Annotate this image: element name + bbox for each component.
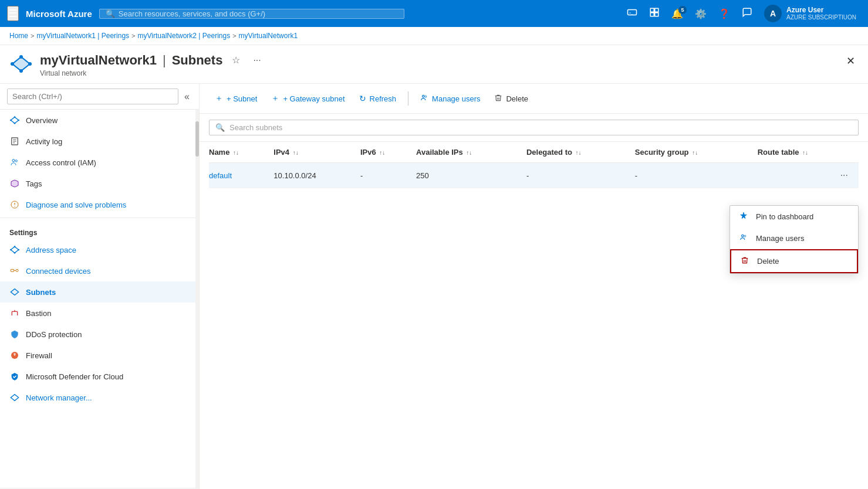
- svg-marker-31: [11, 247, 18, 253]
- user-menu[interactable]: A Azure User AZURE SUBSCRIPTIUON: [759, 5, 861, 22]
- refresh-label: Refresh: [370, 94, 397, 103]
- table-container: Name ↑↓ IPv4 ↑↓ IPv6 ↑↓ Available IPs ↑↓…: [200, 142, 868, 489]
- manage-users-button[interactable]: Manage users: [414, 90, 486, 107]
- sidebar-label-bastion: Bastion: [26, 309, 51, 318]
- sidebar-navigation: Overview Activity log Access control (IA…: [0, 110, 199, 488]
- sidebar-label-overview: Overview: [26, 116, 58, 125]
- toolbar-separator: [408, 91, 408, 106]
- sidebar-item-netmgr[interactable]: Network manager...: [0, 387, 199, 408]
- sidebar-item-overview[interactable]: Overview: [0, 110, 199, 131]
- sidebar-label-defender: Microsoft Defender for Cloud: [26, 372, 123, 381]
- sidebar-label-activity-log: Activity log: [26, 137, 62, 146]
- activity-icon: [9, 136, 20, 147]
- col-delegated-to[interactable]: Delegated to ↑↓: [526, 142, 635, 163]
- breadcrumb-vnet1-peerings[interactable]: myVirtualNetwork1 | Peerings: [36, 32, 129, 40]
- col-available-ips[interactable]: Available IPs ↑↓: [416, 142, 526, 163]
- context-delete[interactable]: Delete: [730, 249, 858, 273]
- top-navigation: ☰ Microsoft Azure 🔍 >_ 🔔 5 ⚙️ ❓ A Azure …: [0, 0, 868, 27]
- manage-users-icon: [739, 233, 750, 243]
- context-trash-icon: [741, 256, 751, 266]
- context-manage-users-label: Manage users: [756, 234, 804, 243]
- manage-users-label: Manage users: [432, 94, 480, 103]
- breadcrumb: Home > myVirtualNetwork1 | Peerings > my…: [0, 27, 868, 45]
- delete-button[interactable]: Delete: [488, 90, 534, 107]
- sidebar-item-tags[interactable]: Tags: [0, 173, 199, 194]
- favorite-button[interactable]: ☆: [228, 52, 244, 68]
- context-manage-users[interactable]: Manage users: [730, 227, 858, 249]
- svg-point-37: [16, 269, 18, 271]
- topnav-icons: >_ 🔔 5 ⚙️ ❓ A Azure User AZURE SUBSCRIPT…: [622, 4, 861, 23]
- context-pin-to-dashboard[interactable]: Pin to dashboard: [730, 206, 858, 227]
- settings-button[interactable]: ⚙️: [690, 5, 711, 23]
- cell-route-table: ···: [758, 163, 859, 188]
- search-icon: 🔍: [215, 123, 225, 132]
- sidebar-collapse-button[interactable]: «: [182, 89, 192, 104]
- sidebar-item-bastion[interactable]: Bastion: [0, 303, 199, 324]
- context-menu: Pin to dashboard Manage users Delete: [729, 205, 859, 274]
- breadcrumb-vnet1[interactable]: myVirtualNetwork1: [239, 32, 298, 40]
- svg-point-30: [14, 206, 15, 206]
- svg-point-18: [10, 120, 12, 121]
- sidebar-item-firewall[interactable]: Firewall: [0, 345, 199, 366]
- sidebar-item-ddos[interactable]: DDoS protection: [0, 324, 199, 345]
- sidebar: « Overview Activit: [0, 84, 200, 489]
- table-row[interactable]: default 10.10.0.0/24 - 250 - - ···: [209, 163, 859, 188]
- col-ipv6[interactable]: IPv6 ↑↓: [360, 142, 416, 163]
- svg-point-27: [15, 160, 17, 162]
- col-route-table[interactable]: Route table ↑↓: [758, 142, 859, 163]
- sidebar-item-connected-devices[interactable]: Connected devices: [0, 260, 199, 281]
- gateway-add-icon: ＋: [271, 93, 279, 104]
- settings-section-label: Settings: [0, 220, 199, 239]
- help-button[interactable]: ❓: [714, 5, 735, 23]
- tag-icon: [9, 178, 20, 189]
- iam-icon: [9, 157, 20, 168]
- address-icon: [9, 244, 20, 255]
- breadcrumb-sep-2: >: [131, 32, 135, 39]
- ddos-icon: [9, 329, 20, 339]
- user-subscription: AZURE SUBSCRIPTIUON: [786, 14, 856, 21]
- svg-rect-4: [650, 13, 654, 16]
- add-icon: ＋: [215, 93, 223, 104]
- resource-subtitle: Virtual network: [40, 69, 265, 83]
- netmgr-icon: [9, 392, 20, 403]
- svg-point-21: [14, 123, 16, 124]
- cell-security-group: -: [635, 163, 758, 188]
- row-menu-button[interactable]: ···: [837, 169, 852, 182]
- breadcrumb-vnet2-peerings[interactable]: myVirtualNetwork2 | Peerings: [138, 32, 231, 40]
- cell-ipv4: 10.10.0.0/24: [273, 163, 360, 188]
- svg-point-19: [14, 116, 16, 118]
- more-options-button[interactable]: ···: [249, 53, 264, 68]
- global-search-input[interactable]: [119, 9, 398, 18]
- users-icon: [420, 94, 428, 104]
- add-subnet-button[interactable]: ＋ + Subnet: [209, 90, 263, 107]
- sidebar-item-diagnose[interactable]: Diagnose and solve problems: [0, 194, 199, 215]
- directory-button[interactable]: [644, 4, 664, 23]
- svg-point-47: [425, 96, 427, 97]
- col-ipv4[interactable]: IPv4 ↑↓: [273, 142, 360, 163]
- cell-ipv6: -: [360, 163, 416, 188]
- col-security-group[interactable]: Security group ↑↓: [635, 142, 758, 163]
- hamburger-menu[interactable]: ☰: [7, 6, 19, 21]
- sidebar-item-iam[interactable]: Access control (IAM): [0, 152, 199, 173]
- refresh-button[interactable]: ↻ Refresh: [353, 90, 403, 107]
- sidebar-item-address-space[interactable]: Address space: [0, 239, 199, 260]
- context-delete-label: Delete: [757, 257, 779, 266]
- svg-point-32: [10, 249, 12, 251]
- add-gateway-button[interactable]: ＋ + Gateway subnet: [265, 90, 350, 107]
- firewall-icon: [9, 350, 20, 361]
- add-subnet-label: + Subnet: [227, 94, 257, 103]
- notifications-button[interactable]: 🔔 5: [667, 5, 688, 23]
- pin-to-dashboard-label: Pin to dashboard: [756, 212, 813, 221]
- svg-point-46: [423, 95, 425, 97]
- subnets-search-input[interactable]: [229, 123, 852, 132]
- close-button[interactable]: ✕: [843, 52, 859, 70]
- cloud-shell-button[interactable]: >_: [622, 4, 642, 23]
- sidebar-item-subnets[interactable]: Subnets: [0, 281, 199, 303]
- sidebar-item-activity-log[interactable]: Activity log: [0, 131, 199, 152]
- sidebar-search-input[interactable]: [7, 89, 178, 104]
- sidebar-item-defender[interactable]: Microsoft Defender for Cloud: [0, 366, 199, 387]
- breadcrumb-home[interactable]: Home: [9, 32, 28, 40]
- col-name[interactable]: Name ↑↓: [209, 142, 273, 163]
- feedback-button[interactable]: [737, 4, 757, 23]
- sidebar-label-diagnose: Diagnose and solve problems: [26, 201, 126, 209]
